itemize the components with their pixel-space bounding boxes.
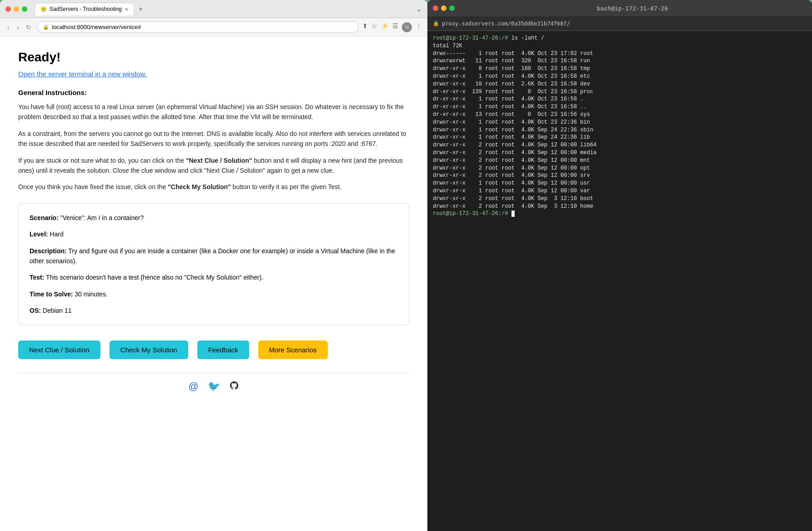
terminal-maximize[interactable] [449,5,455,11]
terminal-line: drwxrwxrwt 11 root root 320 Oct 23 16:58… [433,57,807,65]
back-button[interactable]: ‹ [5,23,11,32]
tab-title: SadServers - Troubleshooting [50,6,122,12]
terminal-lock-icon: 🔒 [433,20,439,26]
level-value: Hard [50,230,63,238]
test-value: This scenario doesn't have a test (hence… [46,274,263,281]
terminal-line: dr-xr-xr-x 139 root root 0 Oct 23 16:58 … [433,88,807,96]
browser-window: 🙁 SadServers - Troubleshooting ✕ + ⌄ ‹ ›… [0,0,427,531]
terminal-line: dr-xr-xr-x 13 root root 0 Oct 23 16:56 s… [433,111,807,119]
check-solution-button[interactable]: Check My Solution [110,341,188,359]
terminal-line: drwxr-xr-x 2 root root 4.0K Sep 12 00:00… [433,149,807,157]
tab-close-button[interactable]: ✕ [125,7,128,12]
terminal-line: root@ip-172-31-47-26:/# ls -laht / [433,35,807,42]
terminal-line: drwxr-xr-x 1 root root 4.0K Sep 24 22:36… [433,126,807,134]
new-tab-button[interactable]: + [136,4,145,14]
traffic-lights [5,6,27,12]
terminal-line: drwxr-xr-x 8 root root 160 Oct 23 16:58 … [433,65,807,73]
browser-content: Ready! Open the server terminal in a new… [0,36,427,531]
page-heading: Ready! [18,50,409,65]
terminal-traffic-lights [433,5,455,11]
scenario-value: "Venice": Am I in a container? [60,214,144,221]
time-value: 30 minutes. [75,291,107,298]
scenario-os-row: OS: Debian 11 [30,306,398,316]
open-terminal-link[interactable]: Open the server terminal in a new window… [18,70,147,78]
terminal-line: drwxr-xr-x 2 root root 4.0K Sep 12 00:00… [433,172,807,180]
test-label: Test: [30,274,44,281]
email-icon[interactable]: @ [188,381,198,393]
paragraph-1: You have full (root) access to a real Li… [18,102,409,122]
check-solution-bold: "Check My Solution" [168,183,231,190]
scenario-name-row: Scenario: "Venice": Am I in a container? [30,213,398,223]
terminal-line: drwxr-xr-x 2 root root 4.0K Sep 3 12:10 … [433,203,807,210]
terminal-line: drwxr-xr-x 10 root root 2.6K Oct 23 16:5… [433,80,807,88]
browser-titlebar: 🙁 SadServers - Troubleshooting ✕ + ⌄ [0,0,427,18]
scenario-level-row: Level: Hard [30,229,398,239]
description-value: Try and figure out if you are inside a c… [30,247,395,265]
os-value: Debian 11 [43,307,72,314]
address-input[interactable]: 🔒 localhost:8000/newserver/venice# [37,21,359,33]
address-text: localhost:8000/newserver/venice# [52,24,141,30]
close-button[interactable] [5,6,11,12]
terminal-line: drwxr-xr-x 1 root root 4.0K Sep 12 00:00… [433,187,807,195]
paragraph-2: As a constraint, from the servers you ca… [18,129,409,149]
scenario-label: Scenario: [30,214,59,221]
action-buttons: Next Clue / Solution Check My Solution F… [18,336,409,364]
next-clue-bold: "Next Clue / Solution" [186,157,252,164]
feedback-button[interactable]: Feedback [197,341,249,359]
terminal-line: drwxr-xr-x 1 root root 4.0K Sep 24 22:36… [433,134,807,141]
time-label: Time to Solve: [30,291,73,298]
paragraph-3: If you are stuck or not sure what to do,… [18,155,409,176]
address-actions: ⬆ ☆ ⚡ ☰ U ⋮ [362,22,422,32]
github-icon[interactable] [229,381,239,393]
extensions-icon[interactable]: ⚡ [381,22,389,32]
twitter-icon[interactable]: 🐦 [208,381,220,393]
terminal-address-bar: 🔒 proxy.sadservers.com/0a35dd6e31b74f68f… [427,16,812,31]
terminal-line: drwx------ 1 root root 4.0K Oct 23 17:02… [433,50,807,58]
general-instructions-heading: General Instructions: [18,89,409,96]
bookmark-icon[interactable]: ☆ [371,22,377,32]
scenario-description-row: Description: Try and figure out if you a… [30,246,398,266]
more-scenarios-button[interactable]: More Scenarios [258,341,328,359]
os-label: OS: [30,307,41,314]
reload-button[interactable]: ↻ [24,23,33,32]
terminal-line: dr-xr-xr-x 1 root root 4.0K Oct 23 16:58… [433,95,807,103]
terminal-line: dr-xr-xr-x 1 root root 4.0K Oct 23 16:58… [433,103,807,111]
terminal-line: drwxr-xr-x 2 root root 4.0K Sep 3 12:10 … [433,195,807,203]
terminal-body[interactable]: root@ip-172-31-47-26:/# ls -laht /total … [427,31,812,531]
scenario-box: Scenario: "Venice": Am I in a container?… [18,203,409,326]
level-label: Level: [30,230,48,238]
address-bar: ‹ › ↻ 🔒 localhost:8000/newserver/venice#… [0,18,427,36]
reader-icon[interactable]: ☰ [392,22,398,32]
active-tab[interactable]: 🙁 SadServers - Troubleshooting ✕ [35,3,134,15]
terminal-line: total 72K [433,42,807,50]
terminal-line: drwxr-xr-x 2 root root 4.0K Sep 12 00:00… [433,165,807,172]
tab-dropdown[interactable]: ⌄ [416,5,422,13]
lock-icon: 🔒 [43,24,49,30]
share-icon[interactable]: ⬆ [362,22,368,32]
terminal-line: drwxr-xr-x 1 root root 4.0K Oct 23 16:58… [433,73,807,80]
menu-icon[interactable]: ⋮ [416,22,422,32]
scenario-time-row: Time to Solve: 30 minutes. [30,289,398,299]
paragraph-4: Once you think you have fixed the issue,… [18,182,409,192]
terminal-close[interactable] [433,5,438,11]
description-label: Description: [30,247,67,255]
scenario-test-row: Test: This scenario doesn't have a test … [30,272,398,282]
minimize-button[interactable] [14,6,19,12]
forward-button[interactable]: › [15,23,21,32]
profile-avatar[interactable]: U [402,22,412,32]
terminal-titlebar: bash@ip-172-31-47-26 [427,0,812,16]
terminal-line: root@ip-172-31-47-26:/# [433,210,807,218]
maximize-button[interactable] [22,6,27,12]
terminal-url: proxy.sadservers.com/0a35dd6e31b74f68f/ [442,20,570,27]
tab-favicon: 🙁 [40,6,47,12]
next-clue-button[interactable]: Next Clue / Solution [18,341,100,359]
terminal-window: bash@ip-172-31-47-26 🔒 proxy.sadservers.… [427,0,812,531]
terminal-line: drwxr-xr-x 2 root root 4.0K Sep 12 00:00… [433,141,807,149]
terminal-line: drwxr-xr-x 2 root root 4.0K Sep 12 00:00… [433,157,807,165]
footer-social-icons: @ 🐦 [18,373,409,401]
terminal-title: bash@ip-172-31-47-26 [458,5,807,12]
terminal-line: drwxr-xr-x 1 root root 4.0K Sep 12 00:00… [433,180,807,187]
tab-bar: 🙁 SadServers - Troubleshooting ✕ + ⌄ [35,3,422,15]
terminal-line: drwxr-xr-x 1 root root 4.0K Oct 23 22:36… [433,119,807,126]
terminal-minimize[interactable] [441,5,446,11]
